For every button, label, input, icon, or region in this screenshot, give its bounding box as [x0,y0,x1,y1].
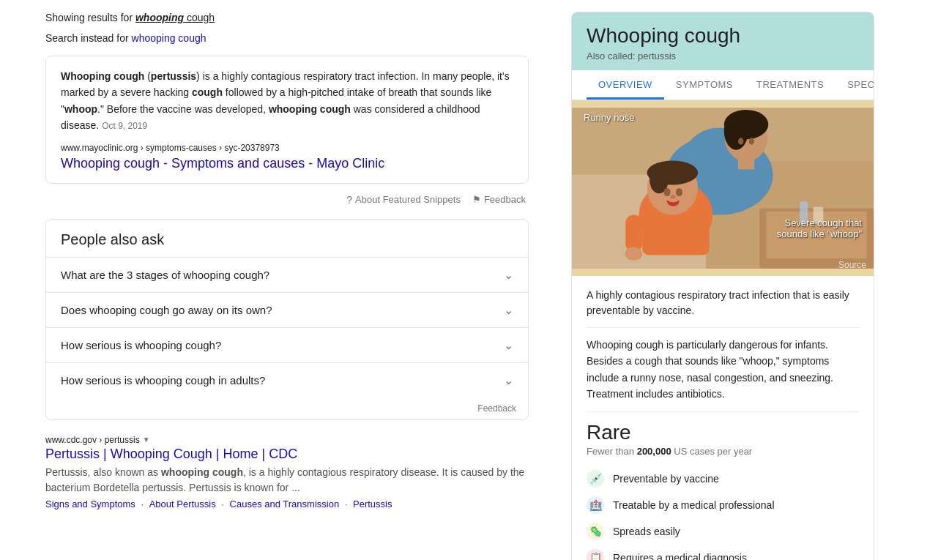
chevron-down-icon: ⌄ [504,268,513,282]
query-bold: whooping [135,12,184,23]
rarity-number: 200,000 [637,446,671,457]
kp-subtitle: Also called: pertussis [587,51,859,61]
snippet-text: Whooping cough (pertussis) is a highly c… [61,68,513,134]
medical-icon: 🏥 [587,496,604,514]
kp-more-info: Whooping cough is particularly dangerous… [587,327,859,403]
result-description: Pertussis, also known as whooping cough,… [45,465,529,496]
result-links: Signs and Symptoms · About Pertussis · C… [45,499,529,509]
kp-tabs: OVERVIEW SYMPTOMS TREATMENTS SPECIALISTS [572,70,874,100]
snippet-date: Oct 9, 2019 [102,121,147,131]
paa-question-1: What are the 3 stages of whooping cough? [61,269,269,281]
kp-tab-symptoms[interactable]: SYMPTOMS [664,70,745,100]
showing-results-text: Showing results for whooping cough [45,12,557,23]
question-icon: ? [346,194,352,206]
query-underline: whooping cough [135,12,215,23]
kp-rarity-section: Rare Fewer than 200,000 US cases per yea… [587,411,859,560]
snippet-footer: ? About Featured Snippets ⚑ Feedback [45,190,529,210]
result-url-row: www.cdc.gov › pertussis ▼ [45,435,529,445]
link-separator: · [219,499,227,509]
paa-item[interactable]: What are the 3 stages of whooping cough?… [46,257,528,292]
cdc-result: www.cdc.gov › pertussis ▼ Pertussis | Wh… [45,435,529,509]
kp-tab-overview[interactable]: OVERVIEW [587,70,664,100]
chevron-down-icon: ⌄ [504,373,513,387]
about-snippets-label: About Featured Snippets [355,194,461,205]
knowledge-panel: Whooping cough Also called: pertussis OV… [557,0,886,560]
snippet-url: www.mayoclinic.org › symptoms-causes › s… [61,143,513,153]
kp-rarity-subtitle: Fewer than 200,000 US cases per year [587,446,859,457]
rarity-sub-prefix: Fewer than [587,446,637,457]
kp-source: Source [838,260,866,270]
result-desc-bold: whooping cough [161,466,243,478]
svg-point-11 [749,138,754,144]
rarity-sub-suffix: US cases per year [671,446,753,457]
result-link-about[interactable]: About Pertussis [149,499,216,509]
result-link-pertussis[interactable]: Pertussis [353,499,392,509]
search-instead-prefix: Search instead for [45,32,132,44]
svg-rect-23 [625,215,642,252]
vaccine-icon: 💉 [587,470,604,488]
spreads-icon: 🦠 [587,523,604,540]
svg-point-22 [671,195,676,198]
paa-item[interactable]: Does whooping cough go away on its own? … [46,292,528,327]
search-instead: Search instead for whooping cough [45,32,557,44]
paa-item[interactable]: How serious is whooping cough in adults?… [46,362,528,397]
result-url: www.cdc.gov › pertussis [45,435,140,445]
kp-rarity-title: Rare [587,421,859,444]
kp-attr-spreads: 🦠 Spreads easily [587,518,859,545]
kp-main-description: A highly contagious respiratory tract in… [587,288,859,318]
link-separator: · [342,499,350,509]
diagnosis-icon: 📋 [587,549,604,560]
snippet-feedback-label: Feedback [484,194,526,205]
result-desc-start: Pertussis, also known as [45,466,161,478]
snippet-title[interactable]: Whooping cough - Symptoms and causes - M… [61,156,384,171]
kp-content: A highly contagious respiratory tract in… [572,276,874,560]
paa-question-2: Does whooping cough go away on its own? [61,304,272,316]
kp-image: Runny nose Severe cough thatsounds like … [572,100,874,276]
search-instead-link[interactable]: whooping cough [132,32,206,44]
svg-point-18 [663,188,670,196]
featured-snippet: Whooping cough (pertussis) is a highly c… [45,56,529,184]
kp-attr-vaccine-label: Preventable by vaccine [613,473,719,485]
paa-header: People also ask [46,220,528,257]
kp-attr-diagnosis-label: Requires a medical diagnosis [613,552,747,560]
result-link-causes[interactable]: Causes and Transmission [230,499,340,509]
query-rest: cough [184,12,215,23]
result-title[interactable]: Pertussis | Whooping Cough | Home | CDC [45,447,529,462]
kp-title: Whooping cough [587,24,859,48]
about-snippets-button[interactable]: ? About Featured Snippets [346,194,461,206]
flag-icon: ⚑ [472,194,481,205]
kp-attr-medical: 🏥 Treatable by a medical professional [587,492,859,518]
chevron-down-icon: ⌄ [504,303,513,317]
kp-label-runny-nose: Runny nose [584,112,634,123]
svg-point-10 [738,138,743,144]
kp-attr-diagnosis: 📋 Requires a medical diagnosis [587,545,859,560]
kp-attr-spreads-label: Spreads easily [613,526,680,537]
paa-question-3: How serious is whooping cough? [61,339,221,351]
kp-header: Whooping cough Also called: pertussis [572,12,874,70]
kp-attr-vaccine: 💉 Preventable by vaccine [587,466,859,492]
snippet-feedback-button[interactable]: ⚑ Feedback [472,194,526,206]
svg-rect-12 [738,156,754,169]
kp-tab-treatments[interactable]: TREATMENTS [745,70,836,100]
kp-attr-medical-label: Treatable by a medical professional [613,499,775,511]
kp-attributes-list: 💉 Preventable by vaccine 🏥 Treatable by … [587,466,859,560]
kp-label-cough: Severe cough thatsounds like "whoop" [777,217,862,239]
svg-point-19 [676,188,682,196]
paa-feedback-button[interactable]: Feedback [46,397,528,419]
svg-point-24 [625,247,642,261]
svg-point-9 [724,113,748,150]
kp-tab-specialists[interactable]: SPECIALISTS [836,70,874,100]
link-separator: · [138,499,146,509]
paa-item[interactable]: How serious is whooping cough? ⌄ [46,327,528,362]
people-also-ask-box: People also ask What are the 3 stages of… [45,219,529,420]
showing-results-prefix: Showing results for [45,12,135,23]
dropdown-icon[interactable]: ▼ [143,436,150,444]
chevron-down-icon: ⌄ [504,338,513,352]
paa-question-4: How serious is whooping cough in adults? [61,374,265,387]
result-link-signs[interactable]: Signs and Symptoms [45,499,135,509]
